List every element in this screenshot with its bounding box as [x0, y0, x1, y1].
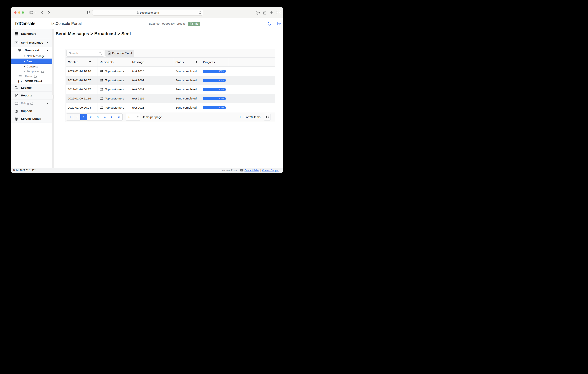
- column-header-recipients[interactable]: Recipients: [98, 58, 130, 66]
- table-row[interactable]: 2022-01-09 20:23 Top customers test 2023…: [66, 103, 275, 112]
- sidebar-item-lookup[interactable]: Lookup: [11, 84, 52, 92]
- previous-page-button[interactable]: [73, 114, 80, 120]
- recipients-label: Top customers: [105, 106, 124, 109]
- chevron-down-icon: [137, 117, 138, 118]
- sidebar-item-service-status[interactable]: Service Status: [11, 115, 52, 123]
- app-logo: txtConsole: [15, 21, 35, 27]
- table-row[interactable]: 2022-01-10 10:07 Top customers test 1007…: [66, 76, 275, 85]
- sidebar-item-support[interactable]: Support: [11, 107, 52, 115]
- export-to-excel-button[interactable]: Export to Excel: [105, 50, 134, 57]
- page-button-1[interactable]: 1: [80, 114, 87, 120]
- created-cell: 2022-01-14 10:16: [66, 67, 98, 76]
- filter-icon[interactable]: [195, 61, 197, 63]
- browser-window: txtconsole.com txtConsole txtConsole Por…: [11, 7, 283, 173]
- table-row[interactable]: 2022-01-14 10:16 Top customers test 1016…: [66, 67, 275, 76]
- sidebar-item-label: Send Messages: [21, 41, 43, 44]
- expand-icon[interactable]: [47, 103, 48, 104]
- column-header-progress[interactable]: Progress: [201, 58, 229, 66]
- back-icon[interactable]: [41, 11, 43, 14]
- collapse-icon[interactable]: [47, 42, 48, 43]
- message-cell: test 0037: [130, 85, 173, 94]
- progress-bar: 100%: [203, 88, 226, 91]
- zoom-window-button[interactable]: [22, 11, 24, 14]
- contact-support-link[interactable]: Contact Support: [262, 169, 279, 172]
- collapse-icon[interactable]: [47, 50, 48, 51]
- page-button-3[interactable]: 3: [94, 114, 101, 120]
- page-button-4[interactable]: 4: [101, 114, 108, 120]
- new-tab-icon[interactable]: [270, 11, 273, 14]
- column-header-created[interactable]: Created: [66, 58, 98, 66]
- table-row[interactable]: 2022-01-10 00:37 Top customers test 0037…: [66, 85, 275, 94]
- first-page-button[interactable]: [66, 114, 73, 120]
- breadcrumb-broadcast[interactable]: Broadcast: [94, 31, 116, 36]
- search-icon[interactable]: [99, 52, 102, 56]
- report-icon: [15, 94, 18, 97]
- refresh-table-button[interactable]: [264, 114, 271, 120]
- privacy-shield-icon[interactable]: [87, 11, 90, 14]
- recipients-cell: Top customers: [98, 94, 130, 103]
- search-box: [66, 50, 104, 57]
- sidebar-item-sent[interactable]: Sent: [11, 59, 52, 64]
- bullet-icon: [24, 55, 25, 56]
- progress-label: 100%: [219, 88, 224, 91]
- created-cell: 2022-01-10 00:37: [66, 85, 98, 94]
- downloads-icon[interactable]: [256, 11, 260, 15]
- sidebar-resize-handle[interactable]: [53, 95, 53, 99]
- page-size-select[interactable]: 5: [126, 114, 141, 120]
- table-row[interactable]: 2022-01-09 21:16 Top customers test 2116…: [66, 94, 275, 103]
- column-header-status[interactable]: Status: [173, 58, 201, 66]
- address-bar[interactable]: txtconsole.com: [92, 10, 203, 16]
- balance: Balance: 99997804 credits Add: [149, 18, 200, 29]
- sidebar-item-broadcast[interactable]: Broadcast: [11, 47, 52, 53]
- minimize-window-button[interactable]: [18, 11, 20, 14]
- forward-icon[interactable]: [48, 11, 50, 14]
- next-page-button[interactable]: [108, 114, 115, 120]
- browser-toolbar: txtconsole.com: [11, 7, 283, 18]
- breadcrumb-send-messages[interactable]: Send Messages: [56, 31, 89, 36]
- sidebar-item-label: Lookup: [21, 86, 32, 89]
- progress-cell: 100%: [201, 67, 229, 76]
- chevron-down-icon[interactable]: [34, 12, 36, 13]
- sidebar-item-new-message[interactable]: New Message: [11, 53, 52, 59]
- reload-icon[interactable]: [199, 11, 201, 15]
- sidebar-item-dashboard[interactable]: Dashboard: [11, 29, 52, 38]
- recipients-label: Top customers: [105, 70, 124, 73]
- recipients-cell: Top customers: [98, 85, 130, 94]
- sidebar-item-label: Billing: [21, 102, 29, 105]
- sidebar-item-smpp-client[interactable]: { } SMPP Client: [11, 79, 52, 84]
- sidebar-item-label: Broadcast: [25, 49, 39, 52]
- logout-icon[interactable]: [277, 18, 281, 29]
- sidebar-item-flows[interactable]: Flows: [11, 74, 52, 79]
- search-input[interactable]: [67, 52, 104, 55]
- tab-overview-icon[interactable]: [277, 11, 280, 14]
- sidebar-item-billing[interactable]: Billing: [11, 99, 52, 107]
- sidebar-item-contacts[interactable]: Contacts: [11, 64, 52, 69]
- progress-label: 100%: [219, 70, 224, 72]
- envelope-icon: [240, 169, 243, 171]
- empty-cell: [229, 85, 275, 94]
- sent-messages-table: Export to Excel Created Recipients: [65, 49, 275, 122]
- last-page-button[interactable]: [115, 114, 122, 120]
- progress-cell: 100%: [201, 94, 229, 103]
- bullet-icon: [24, 66, 25, 67]
- share-icon[interactable]: [263, 11, 266, 15]
- sync-icon[interactable]: [268, 18, 272, 29]
- recipients-label: Top customers: [105, 97, 124, 100]
- sidebar-toggle-icon[interactable]: [30, 11, 33, 14]
- contact-sales-link[interactable]: Contact Sales: [245, 169, 259, 172]
- balance-value: 99997804: [162, 22, 175, 25]
- breadcrumb-sent: Sent: [121, 31, 131, 36]
- recipients-cell: Top customers: [98, 76, 130, 85]
- message-cell: test 1007: [130, 76, 173, 85]
- column-header-message[interactable]: Message: [130, 58, 173, 66]
- close-window-button[interactable]: [14, 11, 16, 14]
- breadcrumb-separator: >: [90, 31, 93, 36]
- add-credits-button[interactable]: Add: [188, 21, 200, 26]
- filter-icon[interactable]: [89, 61, 91, 63]
- status-cell: Send completed: [173, 103, 201, 112]
- broadcast-subtree: Broadcast New Message Sent Contacts: [11, 47, 52, 84]
- sidebar-item-reports[interactable]: Reports: [11, 92, 52, 99]
- sidebar-item-send-messages[interactable]: Send Messages: [11, 38, 52, 47]
- page-button-2[interactable]: 2: [87, 114, 94, 120]
- sidebar-item-templates[interactable]: Templates: [11, 69, 52, 74]
